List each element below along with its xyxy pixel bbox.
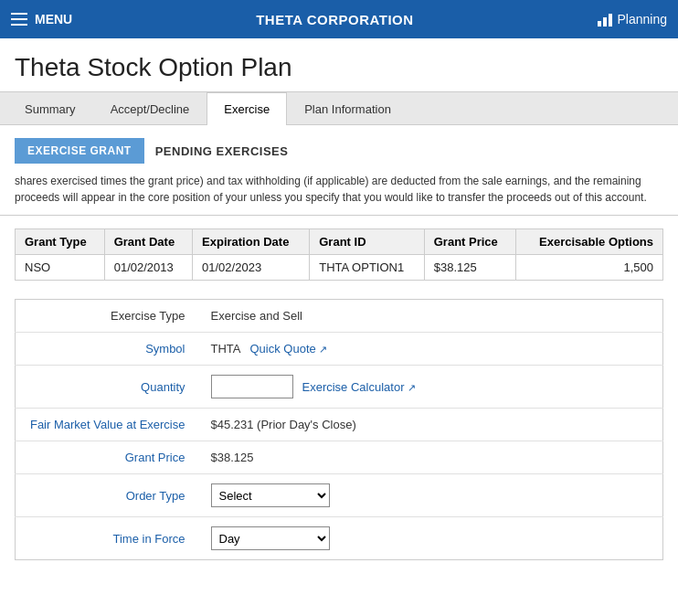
exercise-type-value: Exercise and Sell	[198, 300, 663, 333]
menu-label: MENU	[35, 12, 72, 27]
col-header-grant-date: Grant Date	[104, 229, 192, 255]
cell-grant-price: $38.125	[424, 255, 515, 281]
order-type-value-cell: Select Market Limit	[198, 474, 663, 517]
time-in-force-row: Time in Force Day GTC	[16, 517, 663, 560]
tab-accept-decline[interactable]: Accept/Decline	[93, 92, 207, 125]
exercise-calculator-link[interactable]: Exercise Calculator	[302, 380, 416, 394]
exercise-type-label: Exercise Type	[16, 300, 198, 333]
description-text: shares exercised times the grant price) …	[0, 173, 678, 216]
fmv-label: Fair Market Value at Exercise	[16, 409, 198, 441]
tab-exercise[interactable]: Exercise	[207, 92, 287, 125]
bar-chart-icon	[598, 12, 612, 27]
cell-expiration-date: 01/02/2023	[193, 255, 310, 281]
page-title: Theta Stock Option Plan	[0, 38, 678, 91]
symbol-label: Symbol	[16, 333, 198, 366]
fmv-value: $45.231 (Prior Day's Close)	[198, 409, 663, 441]
grant-price-value: $38.125	[198, 441, 663, 474]
quantity-row: Quantity Exercise Calculator	[16, 366, 663, 409]
time-in-force-select[interactable]: Day GTC	[211, 526, 330, 550]
grant-price-row: Grant Price $38.125	[16, 441, 663, 474]
symbol-row: Symbol THTA Quick Quote	[16, 333, 663, 366]
fmv-row: Fair Market Value at Exercise $45.231 (P…	[16, 409, 663, 441]
grant-table-wrap: Grant Type Grant Date Expiration Date Gr…	[0, 216, 678, 290]
quantity-label: Quantity	[16, 366, 198, 409]
symbol-text: THTA	[211, 342, 241, 356]
time-in-force-value-cell: Day GTC	[198, 517, 663, 560]
time-in-force-label: Time in Force	[16, 517, 198, 560]
menu-button[interactable]: MENU	[11, 12, 72, 27]
cell-grant-date: 01/02/2013	[104, 255, 192, 281]
planning-label: Planning	[618, 12, 668, 27]
exercise-type-row: Exercise Type Exercise and Sell	[16, 300, 663, 333]
col-header-grant-price: Grant Price	[424, 229, 515, 255]
order-type-label: Order Type	[16, 474, 198, 517]
order-type-select[interactable]: Select Market Limit	[211, 483, 330, 507]
cell-grant-id: THTA OPTION1	[310, 255, 425, 281]
order-type-row: Order Type Select Market Limit	[16, 474, 663, 517]
planning-button[interactable]: Planning	[598, 12, 668, 27]
col-header-expiration-date: Expiration Date	[193, 229, 310, 255]
pending-exercises-button[interactable]: PENDING EXERCISES	[155, 144, 289, 158]
col-header-grant-id: Grant ID	[310, 229, 425, 255]
col-header-grant-type: Grant Type	[16, 229, 105, 255]
top-nav: MENU THETA CORPORATION Planning	[0, 0, 678, 38]
company-name: THETA CORPORATION	[256, 12, 413, 27]
tab-summary[interactable]: Summary	[7, 92, 93, 125]
grant-price-label: Grant Price	[16, 441, 198, 474]
exercise-grant-button[interactable]: EXERCISE GRANT	[15, 138, 144, 164]
tabs-bar: Summary Accept/Decline Exercise Plan Inf…	[0, 91, 678, 125]
hamburger-icon	[11, 13, 27, 26]
grant-table: Grant Type Grant Date Expiration Date Gr…	[15, 228, 663, 281]
col-header-exercisable-options: Exercisable Options	[516, 229, 663, 255]
quick-quote-link[interactable]: Quick Quote	[249, 342, 326, 356]
quantity-input[interactable]	[211, 375, 293, 398]
cell-grant-type: NSO	[16, 255, 105, 281]
symbol-value-cell: THTA Quick Quote	[198, 333, 663, 366]
tab-plan-information[interactable]: Plan Information	[287, 92, 408, 125]
grant-row: NSO 01/02/2013 01/02/2023 THTA OPTION1 $…	[16, 255, 663, 281]
action-buttons-row: EXERCISE GRANT PENDING EXERCISES	[0, 125, 678, 173]
form-table: Exercise Type Exercise and Sell Symbol T…	[15, 299, 663, 560]
cell-exercisable-options: 1,500	[516, 255, 663, 281]
quantity-value-cell: Exercise Calculator	[198, 366, 663, 409]
